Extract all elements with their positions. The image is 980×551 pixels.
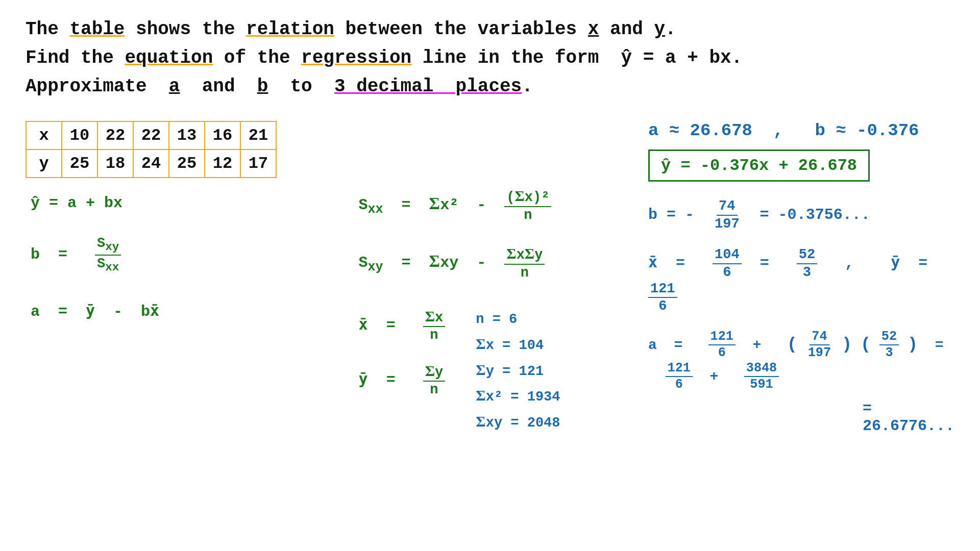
formula-a: a = ȳ - bx̄ — [31, 301, 359, 322]
table-cell: 12 — [205, 149, 240, 178]
table-cell: 21 — [240, 121, 276, 149]
table-cell: 17 — [240, 149, 276, 178]
table-cell: 18 — [97, 149, 133, 178]
b-calculation: b = - 74 197 = -0.3756... — [648, 198, 954, 232]
formula-sxx: Sxx = Σx² - (Σx)² n — [359, 187, 633, 223]
table-cell: x — [26, 121, 62, 149]
table-cell: 22 — [97, 121, 133, 149]
data-table: x 10 22 22 13 16 21 y 25 18 24 25 12 17 — [26, 121, 277, 178]
table-cell: 22 — [133, 121, 169, 149]
table-cell: y — [26, 149, 62, 178]
answer-ab: a ≈ 26.678 , b ≈ -0.376 — [648, 121, 954, 140]
problem-line1: The table shows the relation between the… — [26, 15, 954, 44]
sum-x: Σx = 104 — [476, 334, 560, 356]
table-cell: 10 — [62, 121, 97, 149]
table-cell: 24 — [133, 149, 169, 178]
problem-line2: Find the equation of the regression line… — [26, 44, 954, 72]
table-cell: 25 — [169, 149, 205, 178]
formula-sxy: Sxy = Σxy - ΣxΣy n — [359, 245, 633, 281]
sum-x2: Σx² = 1934 — [476, 385, 560, 407]
a-calculation: a = 121 6 + ( 74 197 ) ( 52 3 ) — [648, 329, 954, 393]
formula-ycaret: ŷ = a + bx — [31, 192, 359, 214]
problem-statement: The table shows the relation between the… — [26, 15, 954, 101]
problem-line3: Approximate a and b to 3 decimal places. — [26, 72, 954, 101]
table-cell: 25 — [62, 149, 97, 178]
xbar-ybar-calc: x̄ = 104 6 = 52 3 , ȳ = 121 6 — [648, 246, 954, 315]
sum-n: n = 6 — [476, 310, 560, 330]
a-result: = 26.6776... — [648, 400, 954, 435]
sum-y: Σy = 121 — [476, 360, 560, 382]
sum-xy: Σxy = 2048 — [476, 411, 560, 433]
formula-xbar: x̄ = Σx n — [359, 308, 446, 344]
formula-ybar: ȳ = Σy n — [359, 362, 446, 398]
regression-equation-box: ŷ = -0.376x + 26.678 — [648, 149, 870, 182]
table-cell: 16 — [205, 121, 240, 149]
table-cell: 13 — [169, 121, 205, 149]
formula-b: b = Sxy Sxx — [31, 235, 359, 274]
